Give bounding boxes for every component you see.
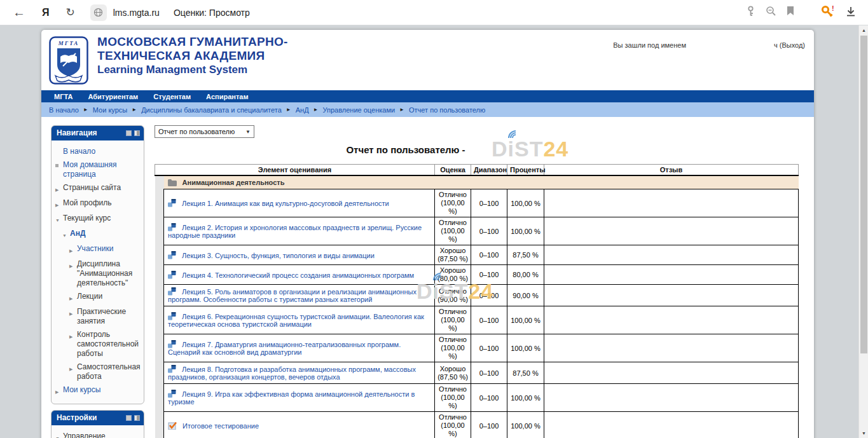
main-nav-item[interactable]: Абитуриентам bbox=[88, 93, 138, 100]
tree-marker-icon bbox=[55, 147, 63, 149]
sidebar-item[interactable]: ▶ Контроль самостоятельной работы bbox=[69, 328, 141, 360]
grade-item-link[interactable]: Лекция 2. История и хронология массовых … bbox=[168, 224, 422, 239]
sidebar-item[interactable]: ▼ АнД bbox=[62, 227, 141, 242]
percent-cell: 90,00 % bbox=[507, 285, 544, 306]
bookmark-icon[interactable] bbox=[787, 6, 794, 18]
vertical-scrollbar[interactable]: ▲ ▼ bbox=[858, 25, 868, 438]
breadcrumb-link[interactable]: Отчет по пользователю bbox=[409, 106, 485, 114]
sidebar: Навигация В начало Моя домашняя страница… bbox=[51, 125, 144, 438]
site-page: МГТА МОСКОВСКАЯ ГУМАНИТАРНО- ТЕХНИЧЕСКАЯ… bbox=[41, 30, 814, 438]
sidebar-item[interactable]: ▼ Управление оценками bbox=[55, 430, 141, 438]
scroll-up-icon[interactable]: ▲ bbox=[859, 28, 868, 32]
sidebar-item-label: Управление оценками bbox=[63, 432, 141, 438]
sidebar-item[interactable]: ▶ Практические занятия bbox=[69, 305, 141, 328]
password-alert-icon[interactable]: ! bbox=[821, 5, 835, 20]
address-bar-page-title: Оценки: Просмотр bbox=[174, 8, 250, 18]
percent-cell: 87,50 % bbox=[507, 245, 544, 265]
percent-cell: 100,00 % bbox=[507, 306, 544, 334]
sidebar-item[interactable]: ▶ Лекции bbox=[69, 290, 141, 305]
grade-cell: Отлично(100,00 %) bbox=[435, 217, 471, 245]
report-main: Отчет по пользователю ▼ Отчет по пользов… bbox=[155, 125, 798, 438]
report-type-select[interactable]: Отчет по пользователю ▼ bbox=[155, 125, 254, 138]
grade-item-cell: Лекция 3. Сущность, функция, типология и… bbox=[164, 245, 435, 265]
grade-item-cell: Лекция 4. Технологический процесс создан… bbox=[164, 265, 435, 285]
address-bar-url[interactable]: lms.mgta.ru bbox=[113, 8, 160, 18]
sidebar-item[interactable]: Моя домашняя страница bbox=[55, 158, 141, 181]
grade-item-link[interactable]: Итоговое тестирование bbox=[183, 422, 259, 430]
refresh-icon[interactable]: ↻ bbox=[66, 6, 75, 19]
grade-item-link[interactable]: Лекция 5. Роль аниматоров в организации … bbox=[168, 288, 417, 303]
scrollbar-thumb[interactable] bbox=[860, 36, 867, 353]
breadcrumb-link[interactable]: В начало bbox=[49, 106, 79, 114]
sidebar-item-label: Мои курсы bbox=[63, 385, 141, 395]
quiz-checkmark-icon bbox=[168, 421, 177, 430]
lesson-icon bbox=[168, 390, 176, 398]
grade-item-cell: Лекция 8. Подготовка и разработка анимац… bbox=[164, 362, 435, 384]
sidebar-item-label: Участники bbox=[77, 244, 141, 254]
tree-marker-icon: ▶ bbox=[69, 362, 77, 374]
sidebar-item[interactable]: ▼ Текущий курс bbox=[55, 212, 141, 227]
tree-marker-icon: ▶ bbox=[55, 198, 63, 210]
grade-item-link[interactable]: Лекция 9. Игра как эффективная форма ани… bbox=[168, 390, 415, 406]
sidebar-item[interactable]: ▶ Страницы сайта bbox=[55, 181, 141, 196]
sidebar-item[interactable]: ▶ Дисциплина "Анимационная деятельность" bbox=[69, 257, 141, 290]
grade-cell: Отлично(100,00 %) bbox=[435, 384, 471, 412]
page-search-icon[interactable] bbox=[766, 6, 776, 19]
block-collapse-icon[interactable] bbox=[126, 130, 132, 136]
main-nav-item[interactable]: Студентам bbox=[153, 93, 191, 100]
main-nav-item[interactable]: МГТА bbox=[54, 93, 72, 100]
navigation-block: Навигация В начало Моя домашняя страница… bbox=[51, 125, 144, 404]
grade-item-link[interactable]: Лекция 8. Подготовка и разработка анимац… bbox=[168, 366, 416, 381]
chevron-down-icon: ▼ bbox=[245, 129, 251, 135]
column-header-feedback: Отзыв bbox=[544, 165, 799, 176]
grade-cell: Отлично(100,00 %) bbox=[435, 306, 471, 334]
grade-item-link[interactable]: Лекция 3. Сущность, функция, типология и… bbox=[182, 252, 375, 259]
sidebar-item[interactable]: ▶ Участники bbox=[69, 242, 141, 257]
category-cell: Анимационная деятельность bbox=[164, 175, 799, 189]
sidebar-item[interactable]: ▶ Мой профиль bbox=[55, 196, 141, 212]
grade-cell: Отлично(100,00 %) bbox=[435, 334, 471, 362]
download-icon[interactable] bbox=[845, 6, 857, 20]
grade-item-link[interactable]: Лекция 7. Драматургия анимационно-театра… bbox=[168, 341, 401, 356]
main-nav: МГТА Абитуриентам Студентам Аспирантам bbox=[41, 90, 814, 102]
scroll-down-icon[interactable]: ▼ bbox=[859, 431, 868, 435]
grade-cell: Хорошо(80,00 %) bbox=[435, 265, 471, 285]
grade-cell: Хорошо(87,50 %) bbox=[435, 362, 471, 384]
range-cell: 0–100 bbox=[471, 412, 507, 438]
breadcrumb-separator-icon: ► bbox=[132, 107, 137, 113]
main-nav-item[interactable]: Аспирантам bbox=[206, 93, 248, 100]
grade-item-link[interactable]: Лекция 1. Анимация как вид культурно-дос… bbox=[182, 200, 389, 207]
tree-marker-icon: ▶ bbox=[69, 330, 77, 341]
lesson-icon bbox=[168, 365, 176, 373]
sidebar-item[interactable]: ▶ Самостоятельная работа bbox=[69, 360, 141, 383]
grade-row: Лекция 8. Подготовка и разработка анимац… bbox=[155, 362, 799, 384]
grade-row: Лекция 2. История и хронология массовых … bbox=[155, 217, 799, 245]
sidebar-item-label: Лекции bbox=[77, 292, 141, 301]
sidebar-item-label: Моя домашняя страница bbox=[63, 160, 141, 179]
grade-item-link[interactable]: Лекция 6. Рекреационная сущность туристс… bbox=[168, 313, 424, 328]
grade-item-link[interactable]: Лекция 4. Технологический процесс создан… bbox=[182, 271, 414, 279]
yandex-logo-icon[interactable]: Я bbox=[42, 7, 50, 18]
breadcrumb-link[interactable]: Дисциплины бакалавриата и специалитета bbox=[141, 106, 282, 114]
sidebar-item[interactable]: ▶ Мои курсы bbox=[55, 383, 141, 399]
sidebar-item[interactable]: В начало bbox=[55, 145, 141, 158]
grade-item-cell: Лекция 2. История и хронология массовых … bbox=[164, 217, 435, 245]
block-collapse-icon[interactable] bbox=[126, 415, 132, 421]
breadcrumb-link[interactable]: Управление оценками bbox=[323, 106, 396, 114]
tree-marker-icon: ▼ bbox=[55, 432, 63, 438]
sidebar-item-label: АнД bbox=[70, 229, 141, 238]
password-key-icon[interactable] bbox=[746, 6, 755, 19]
settings-block: Настройки ▼ Управление оценками Обзорный… bbox=[51, 410, 144, 438]
login-status: Вы зашли под именем ч (Выход) bbox=[613, 41, 805, 49]
back-icon[interactable]: ← bbox=[13, 5, 25, 20]
site-globe-icon bbox=[90, 4, 107, 21]
range-cell: 0–100 bbox=[471, 245, 507, 265]
lesson-icon bbox=[168, 340, 176, 348]
logout-link[interactable]: ч (Выход) bbox=[774, 41, 805, 49]
academy-title: МОСКОВСКАЯ ГУМАНИТАРНО- ТЕХНИЧЕСКАЯ АКАД… bbox=[97, 35, 288, 77]
breadcrumb-link[interactable]: АнД bbox=[296, 106, 309, 114]
indent-cell bbox=[155, 245, 164, 265]
block-dock-icon[interactable] bbox=[134, 415, 140, 421]
block-dock-icon[interactable] bbox=[134, 130, 140, 136]
breadcrumb-link[interactable]: Мои курсы bbox=[93, 106, 127, 114]
